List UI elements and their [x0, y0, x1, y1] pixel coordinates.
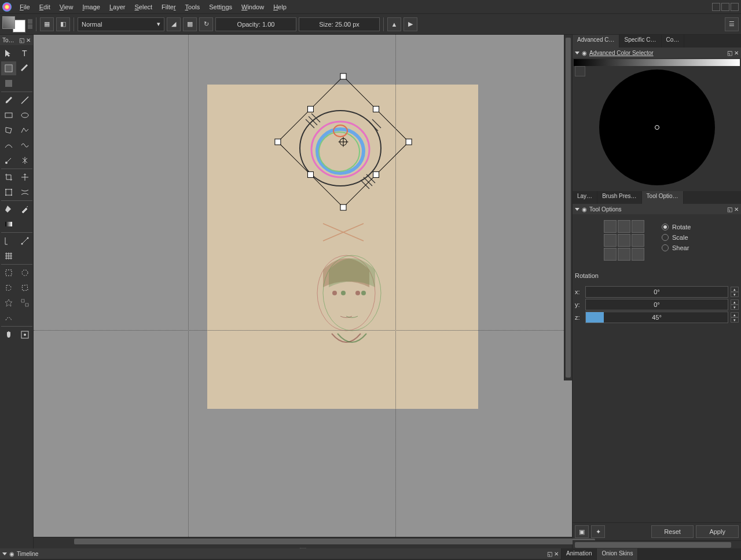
move-layer-tool[interactable]	[17, 170, 32, 184]
transform-bounds-icon[interactable]: ▣	[575, 525, 589, 538]
menu-layer[interactable]: Layer	[105, 1, 130, 13]
float-panel-icon[interactable]: ◱ ✕	[727, 50, 739, 56]
menu-view[interactable]: View	[55, 1, 78, 13]
gradient-button[interactable]: ◧	[56, 17, 70, 31]
similar-select-tool[interactable]	[17, 296, 32, 310]
tab-brush-presets[interactable]: Brush Pres…	[597, 191, 641, 204]
freehand-path-tool[interactable]	[17, 138, 32, 152]
workspace-chooser-icon[interactable]: ☰	[725, 17, 739, 31]
ruler-tool[interactable]	[1, 234, 16, 248]
contiguous-select-tool[interactable]	[1, 296, 16, 310]
color-swatches[interactable]	[2, 16, 25, 32]
close-icon[interactable]	[731, 3, 739, 11]
transform-work-recursive-icon[interactable]: ✦	[591, 525, 605, 538]
rect-tool[interactable]	[1, 108, 16, 122]
bezier-select-tool[interactable]	[1, 311, 16, 325]
menu-edit[interactable]: Edit	[35, 1, 55, 13]
move-tool[interactable]	[1, 46, 16, 60]
float-icon[interactable]: ◱ ✕	[19, 37, 31, 43]
poly-select-tool[interactable]	[17, 281, 32, 295]
pan-tool[interactable]	[1, 328, 16, 342]
transform-origin-grid[interactable]	[604, 220, 644, 261]
freehand-select-tool[interactable]	[1, 281, 16, 295]
right-dock-scroll[interactable]	[573, 540, 741, 548]
deform-tool[interactable]	[17, 185, 32, 199]
canvas-scrollbar-h[interactable]	[34, 537, 572, 545]
float-panel-icon[interactable]: ◱ ✕	[727, 206, 739, 213]
minimize-icon[interactable]	[712, 3, 720, 11]
rotation-x-spinner[interactable]: 0°	[585, 286, 728, 298]
reload-preset-icon[interactable]: ↻	[199, 17, 213, 31]
guide-v2	[395, 35, 396, 537]
crop-tool[interactable]	[1, 170, 16, 184]
menu-window[interactable]: Window	[237, 1, 269, 13]
tab-specific-color[interactable]: Specific C…	[619, 35, 661, 47]
toolbox-title: To…◱ ✕	[0, 35, 33, 45]
swap-reset-colors[interactable]	[28, 19, 32, 29]
polygon-tool[interactable]	[1, 123, 16, 137]
canvas-viewport[interactable]	[34, 35, 572, 537]
menu-filter[interactable]: Filter	[157, 1, 180, 13]
opacity-spinner[interactable]: Opacity: 1.00	[215, 17, 296, 31]
radio-scale[interactable]: Scale	[662, 234, 691, 241]
value-slider[interactable]	[574, 59, 740, 66]
fill-tool[interactable]	[1, 202, 16, 216]
radio-shear[interactable]: Shear	[662, 244, 691, 251]
canvas-scrollbar-v[interactable]	[564, 35, 572, 380]
edit-shapes-tool[interactable]	[17, 61, 32, 75]
menu-file[interactable]: File	[15, 1, 35, 13]
reset-button[interactable]: Reset	[651, 525, 694, 538]
menu-image[interactable]: Image	[78, 1, 105, 13]
radio-rotate[interactable]: Rotate	[662, 224, 691, 230]
ellipse-tool[interactable]	[17, 108, 32, 122]
maximize-icon[interactable]	[721, 3, 729, 11]
color-wheel[interactable]	[599, 69, 715, 185]
rotation-z-spinner[interactable]: 45°	[585, 312, 728, 323]
color-popup-icon[interactable]	[575, 66, 585, 76]
tab-animation[interactable]: Animation	[562, 548, 597, 560]
tab-tool-options[interactable]: Tool Optio…	[642, 191, 684, 204]
blend-mode-dropdown[interactable]: Normal▾	[78, 17, 164, 31]
svg-rect-3	[5, 80, 12, 87]
pattern-button[interactable]: ▦	[40, 17, 54, 31]
color-picker-tool[interactable]	[17, 202, 32, 216]
svg-rect-49	[275, 139, 281, 145]
menu-select[interactable]: Select	[130, 1, 157, 13]
brush-tool[interactable]	[1, 93, 16, 107]
bezier-tool[interactable]	[1, 138, 16, 152]
tab-layers[interactable]: Lay…	[573, 191, 597, 204]
rotation-y-spinner[interactable]: 0°	[585, 299, 728, 310]
gradient-tool[interactable]	[1, 217, 16, 231]
rect-select-tool[interactable]	[1, 266, 16, 280]
mirror-v-icon[interactable]: ▶	[403, 17, 417, 31]
eraser-toggle-icon[interactable]: ◢	[167, 17, 181, 31]
apply-button[interactable]: Apply	[696, 525, 739, 538]
mirror-h-icon[interactable]: ▲	[387, 17, 401, 31]
alpha-lock-icon[interactable]: ▩	[183, 17, 197, 31]
ellipse-select-tool[interactable]	[17, 266, 32, 280]
tab-onion-skins[interactable]: Onion Skins	[597, 548, 638, 560]
svg-rect-46	[406, 139, 412, 145]
transform-bounding-box[interactable]	[277, 75, 410, 208]
free-transform-tool[interactable]	[1, 185, 16, 199]
dynamic-brush-tool[interactable]	[1, 153, 16, 167]
menu-help[interactable]: Help	[269, 1, 291, 13]
line-tool[interactable]	[17, 93, 32, 107]
measure-tool[interactable]	[17, 234, 32, 248]
transform-tool[interactable]	[1, 61, 16, 75]
size-spinner[interactable]: Size: 25.00 px	[299, 17, 380, 31]
polyline-tool[interactable]	[17, 123, 32, 137]
menu-settings[interactable]: Settings	[204, 1, 237, 13]
text-tool[interactable]: T	[17, 46, 32, 60]
float-panel-icon[interactable]: ◱ ✕	[547, 551, 559, 557]
menu-tools[interactable]: Tools	[181, 1, 205, 13]
multibrush-tool[interactable]	[17, 153, 32, 167]
fg-color-swatch[interactable]	[2, 16, 15, 29]
tab-advanced-color[interactable]: Advanced C…	[573, 35, 619, 47]
grid-tool[interactable]	[1, 249, 16, 263]
zoom-tool[interactable]	[17, 328, 32, 342]
canvas-area: ......	[34, 35, 572, 548]
window-controls	[712, 3, 739, 11]
calligraphy-tool[interactable]	[1, 76, 16, 90]
tab-color-other[interactable]: Co…	[662, 35, 685, 47]
